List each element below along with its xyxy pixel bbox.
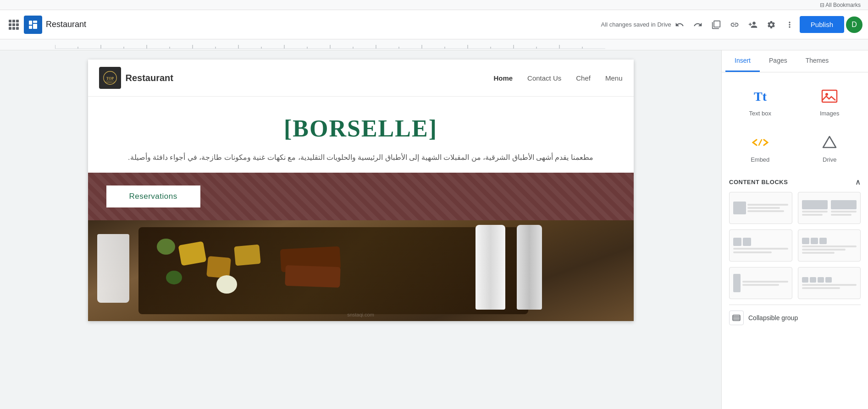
site-logo: TOP BORSELLE Restaurant <box>99 67 173 89</box>
svg-text:TOP: TOP <box>106 76 113 81</box>
collapsible-group-label: Collapsible group <box>748 314 798 322</box>
content-blocks-label: CONTENT BLOCKS <box>729 179 788 185</box>
site-nav: TOP BORSELLE Restaurant Home Contact Us … <box>88 60 634 97</box>
svg-rect-34 <box>822 90 837 102</box>
insert-grid: Tt Text box Images <box>729 82 861 167</box>
svg-rect-2 <box>33 24 37 29</box>
drive-label: Drive <box>823 156 836 163</box>
images-icon <box>818 85 840 107</box>
collapse-icon[interactable]: ∧ <box>855 178 861 186</box>
redo-button[interactable] <box>690 16 706 33</box>
app-icon <box>24 16 42 34</box>
undo-button[interactable] <box>671 16 688 33</box>
tab-insert[interactable]: Insert <box>725 50 760 72</box>
save-status: All changes saved in Drive <box>601 21 671 28</box>
tab-themes[interactable]: Themes <box>796 50 838 72</box>
hero-subtitle: مطعمنا يقدم أشهى الأطباق الشرقية، من الم… <box>99 151 623 164</box>
insert-embed[interactable]: Embed <box>729 128 791 167</box>
hero-title: [BORSELLE] <box>99 115 623 142</box>
block-thumb-3[interactable] <box>729 229 792 262</box>
banner-section: Reservations <box>88 173 634 220</box>
svg-text:BORSELLE: BORSELLE <box>105 81 115 83</box>
bookmarks-label: ⊟ All Bookmarks <box>820 2 861 8</box>
sidebar-tabs: Insert Pages Themes <box>722 50 868 72</box>
share-button[interactable] <box>745 16 761 33</box>
text-box-label: Text box <box>749 110 771 117</box>
nav-chef[interactable]: Chef <box>576 74 591 82</box>
svg-text:Tt: Tt <box>754 89 767 104</box>
site-logo-text: Restaurant <box>126 73 173 83</box>
link-button[interactable] <box>726 16 743 33</box>
tab-pages[interactable]: Pages <box>760 50 796 72</box>
svg-point-35 <box>825 93 828 96</box>
nav-contact-us[interactable]: Contact Us <box>527 74 561 82</box>
blocks-row-1 <box>729 192 861 224</box>
block-thumb-5[interactable] <box>729 267 792 299</box>
insert-text-box[interactable]: Tt Text box <box>729 82 791 120</box>
reservations-button[interactable]: Reservations <box>106 185 200 207</box>
more-button[interactable] <box>781 16 798 33</box>
user-avatar[interactable]: D <box>846 16 862 33</box>
insert-drive[interactable]: Drive <box>799 128 861 167</box>
food-section: snstaqi.com <box>88 220 634 321</box>
collapsible-group-icon <box>729 311 744 325</box>
hero-section: [BORSELLE] مطعمنا يقدم أشهى الأطباق الشر… <box>88 97 634 173</box>
toolbar: Restaurant All changes saved in Drive <box>0 10 868 39</box>
ruler: // Will be rendered as static SVG marks <box>0 39 868 50</box>
canvas-area: TOP BORSELLE Restaurant Home Contact Us … <box>0 50 721 409</box>
blocks-row-3 <box>729 267 861 299</box>
block-thumb-6[interactable] <box>798 267 861 299</box>
svg-rect-1 <box>33 21 37 23</box>
site-nav-links: Home Contact Us Chef Menu <box>493 74 622 82</box>
content-blocks-header: CONTENT BLOCKS ∧ <box>729 178 861 186</box>
collapsible-group-item[interactable]: Collapsible group <box>729 305 861 331</box>
nav-home[interactable]: Home <box>493 74 513 82</box>
text-box-icon: Tt <box>749 85 771 107</box>
images-label: Images <box>820 110 840 117</box>
site-preview: TOP BORSELLE Restaurant Home Contact Us … <box>88 60 634 321</box>
apps-grid-icon[interactable] <box>6 16 22 33</box>
svg-line-36 <box>759 140 762 145</box>
right-sidebar: Insert Pages Themes Tt Text box <box>721 50 868 409</box>
preview-button[interactable] <box>708 16 724 33</box>
block-thumb-1[interactable] <box>729 192 792 224</box>
settings-button[interactable] <box>763 16 780 33</box>
drive-icon <box>818 131 840 153</box>
embed-label: Embed <box>751 156 769 163</box>
svg-rect-0 <box>29 21 32 25</box>
publish-button[interactable]: Publish <box>800 16 844 33</box>
insert-images[interactable]: Images <box>799 82 861 120</box>
watermark: snstaqi.com <box>347 312 374 317</box>
site-logo-icon: TOP BORSELLE <box>99 67 121 89</box>
blocks-row-2 <box>729 229 861 262</box>
block-thumb-2[interactable] <box>798 192 861 224</box>
block-thumb-4[interactable] <box>798 229 861 262</box>
svg-rect-3 <box>29 26 32 29</box>
embed-icon <box>749 131 771 153</box>
nav-menu[interactable]: Menu <box>605 74 623 82</box>
doc-title: Restaurant <box>46 20 86 29</box>
